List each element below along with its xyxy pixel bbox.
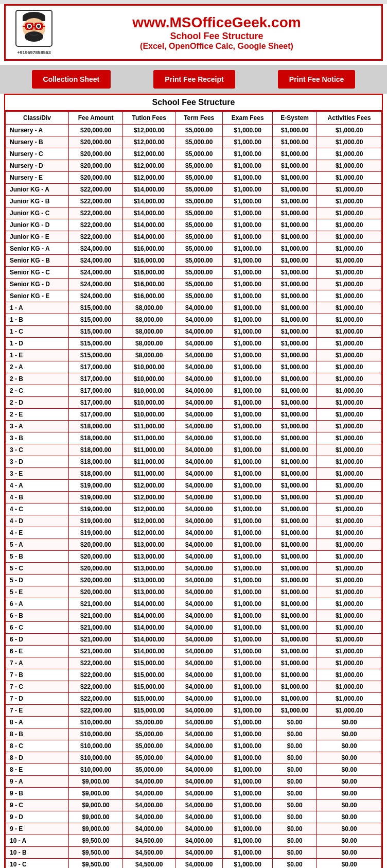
class-cell: 4 - D <box>6 515 69 527</box>
value-cell: $8,000.00 <box>123 302 175 314</box>
value-cell: $20,000.00 <box>68 563 122 575</box>
value-cell: $16,000.00 <box>123 267 175 279</box>
class-cell: Nursery - E <box>6 172 69 184</box>
value-cell: $13,000.00 <box>123 539 175 551</box>
table-row: 3 - D$18,000.00$11,000.00$4,000.00$1,000… <box>6 456 382 468</box>
table-row: Nursery - B$20,000.00$12,000.00$5,000.00… <box>6 136 382 148</box>
value-cell: $14,000.00 <box>123 646 175 657</box>
value-cell: $9,000.00 <box>68 800 122 811</box>
class-cell: 4 - E <box>6 527 69 539</box>
value-cell: $1,000.00 <box>317 255 382 267</box>
value-cell: $4,000.00 <box>123 823 175 835</box>
table-row: 6 - A$21,000.00$14,000.00$4,000.00$1,000… <box>6 598 382 610</box>
value-cell: $24,000.00 <box>68 255 122 267</box>
page: +919697858563 www.MSOfficeGeek.com Schoo… <box>0 4 387 868</box>
table-row: 6 - E$21,000.00$14,000.00$4,000.00$1,000… <box>6 646 382 657</box>
value-cell: $5,000.00 <box>175 172 223 184</box>
value-cell: $1,000.00 <box>317 385 382 397</box>
class-cell: 7 - E <box>6 705 69 717</box>
value-cell: $17,000.00 <box>68 373 122 385</box>
table-row: 6 - B$21,000.00$14,000.00$4,000.00$1,000… <box>6 610 382 622</box>
class-cell: 8 - C <box>6 740 69 752</box>
value-cell: $1,000.00 <box>317 207 382 219</box>
value-cell: $0.00 <box>317 717 382 728</box>
value-cell: $1,000.00 <box>273 693 317 705</box>
value-cell: $1,000.00 <box>223 681 273 693</box>
class-cell: 5 - E <box>6 586 69 598</box>
value-cell: $4,000.00 <box>175 527 223 539</box>
value-cell: $4,000.00 <box>175 634 223 646</box>
value-cell: $1,000.00 <box>273 480 317 492</box>
class-cell: Junior KG - A <box>6 184 69 196</box>
fee-table: Class/Div Fee Amount Tution Fees Term Fe… <box>5 111 382 868</box>
value-cell: $1,000.00 <box>273 397 317 409</box>
value-cell: $1,000.00 <box>223 267 273 279</box>
print-receipt-button[interactable]: Print Fee Receipt <box>153 70 235 89</box>
value-cell: $1,000.00 <box>317 563 382 575</box>
value-cell: $1,000.00 <box>273 338 317 350</box>
value-cell: $1,000.00 <box>317 338 382 350</box>
col-term-fees: Term Fees <box>175 112 223 125</box>
value-cell: $1,000.00 <box>223 148 273 160</box>
value-cell: $1,000.00 <box>317 160 382 172</box>
class-cell: Nursery - D <box>6 160 69 172</box>
value-cell: $5,000.00 <box>175 219 223 231</box>
class-cell: 5 - D <box>6 575 69 586</box>
table-row: Senior KG - C$24,000.00$16,000.00$5,000.… <box>6 267 382 279</box>
value-cell: $4,000.00 <box>175 373 223 385</box>
value-cell: $4,000.00 <box>175 693 223 705</box>
value-cell: $4,000.00 <box>175 705 223 717</box>
value-cell: $0.00 <box>273 859 317 869</box>
value-cell: $1,000.00 <box>273 219 317 231</box>
table-row: 6 - D$21,000.00$14,000.00$4,000.00$1,000… <box>6 634 382 646</box>
table-row: 5 - C$20,000.00$13,000.00$4,000.00$1,000… <box>6 563 382 575</box>
value-cell: $1,000.00 <box>317 622 382 634</box>
collection-sheet-button[interactable]: Collection Sheet <box>32 70 111 89</box>
class-cell: 4 - A <box>6 480 69 492</box>
value-cell: $14,000.00 <box>123 219 175 231</box>
class-cell: Junior KG - C <box>6 207 69 219</box>
value-cell: $1,000.00 <box>223 575 273 586</box>
value-cell: $5,000.00 <box>175 125 223 136</box>
value-cell: $15,000.00 <box>123 693 175 705</box>
value-cell: $1,000.00 <box>273 148 317 160</box>
class-cell: 6 - C <box>6 622 69 634</box>
value-cell: $1,000.00 <box>317 361 382 373</box>
value-cell: $15,000.00 <box>68 314 122 326</box>
value-cell: $1,000.00 <box>317 290 382 302</box>
value-cell: $1,000.00 <box>223 184 273 196</box>
table-row: Junior KG - B$22,000.00$14,000.00$5,000.… <box>6 196 382 207</box>
value-cell: $14,000.00 <box>123 207 175 219</box>
value-cell: $5,000.00 <box>175 267 223 279</box>
value-cell: $1,000.00 <box>317 409 382 421</box>
table-row: 4 - E$19,000.00$12,000.00$4,000.00$1,000… <box>6 527 382 539</box>
logo-icon <box>15 10 52 47</box>
value-cell: $24,000.00 <box>68 279 122 290</box>
value-cell: $1,000.00 <box>317 515 382 527</box>
class-cell: 5 - A <box>6 539 69 551</box>
print-notice-button[interactable]: Print Fee Notice <box>278 70 356 89</box>
table-row: Senior KG - D$24,000.00$16,000.00$5,000.… <box>6 279 382 290</box>
value-cell: $4,000.00 <box>175 728 223 740</box>
value-cell: $1,000.00 <box>317 575 382 586</box>
value-cell: $22,000.00 <box>68 207 122 219</box>
value-cell: $1,000.00 <box>273 350 317 361</box>
value-cell: $9,000.00 <box>68 788 122 800</box>
value-cell: $1,000.00 <box>317 468 382 480</box>
value-cell: $5,000.00 <box>175 255 223 267</box>
class-cell: 8 - D <box>6 752 69 764</box>
value-cell: $22,000.00 <box>68 196 122 207</box>
value-cell: $4,000.00 <box>175 492 223 504</box>
value-cell: $4,000.00 <box>175 563 223 575</box>
class-cell: Junior KG - B <box>6 196 69 207</box>
value-cell: $1,000.00 <box>223 657 273 669</box>
value-cell: $1,000.00 <box>223 705 273 717</box>
value-cell: $20,000.00 <box>68 125 122 136</box>
svg-point-4 <box>25 31 43 42</box>
value-cell: $4,000.00 <box>175 847 223 859</box>
class-cell: Senior KG - A <box>6 243 69 255</box>
value-cell: $5,000.00 <box>175 196 223 207</box>
table-row: 2 - C$17,000.00$10,000.00$4,000.00$1,000… <box>6 385 382 397</box>
value-cell: $24,000.00 <box>68 267 122 279</box>
value-cell: $9,000.00 <box>68 776 122 788</box>
